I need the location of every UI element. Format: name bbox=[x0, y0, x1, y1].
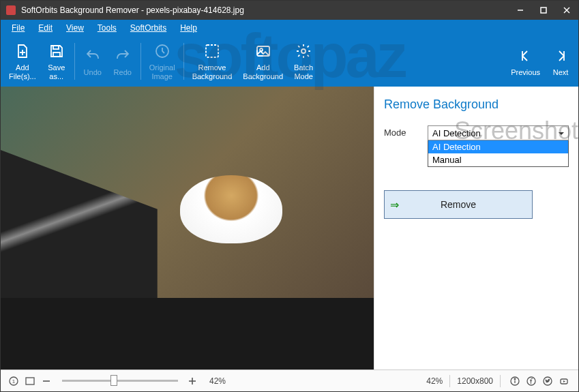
svg-rect-10 bbox=[206, 45, 218, 57]
previous-button[interactable]: Previous bbox=[505, 44, 546, 80]
svg-rect-8 bbox=[53, 52, 60, 57]
maximize-button[interactable] bbox=[532, 1, 555, 20]
previous-icon bbox=[518, 46, 534, 65]
remove-bg-icon bbox=[204, 42, 220, 61]
add-bg-icon bbox=[255, 42, 271, 61]
fit-screen-button[interactable] bbox=[23, 374, 38, 389]
zoom-percent-right: 42% bbox=[426, 376, 443, 386]
original-image-icon bbox=[154, 42, 170, 61]
mode-dropdown: AI Detection Manual bbox=[428, 140, 569, 167]
loaded-image bbox=[1, 87, 374, 298]
save-as-button[interactable]: Save as... bbox=[42, 39, 72, 83]
next-button[interactable]: Next bbox=[546, 44, 576, 80]
titlebar: SoftOrbits Background Remover - pexels-p… bbox=[1, 1, 578, 20]
zoom-out-button[interactable] bbox=[39, 374, 54, 389]
toolbar-separator bbox=[183, 43, 184, 80]
svg-rect-0 bbox=[6, 5, 16, 15]
svg-rect-18 bbox=[26, 378, 34, 385]
svg-text:1: 1 bbox=[12, 378, 16, 385]
run-arrow-icon: ⇒ bbox=[390, 198, 399, 211]
toolbar: Add File(s)... Save as... Undo Redo Orig… bbox=[1, 36, 578, 87]
svg-point-13 bbox=[301, 49, 306, 53]
undo-button: Undo bbox=[78, 44, 108, 80]
mode-label: Mode bbox=[384, 125, 428, 138]
info-button[interactable] bbox=[507, 374, 522, 389]
youtube-button[interactable] bbox=[556, 374, 571, 389]
toolbar-separator bbox=[140, 43, 141, 80]
zoom-percent-left: 42% bbox=[209, 376, 226, 386]
mode-option-manual[interactable]: Manual bbox=[428, 153, 568, 166]
zoom-slider[interactable] bbox=[62, 380, 178, 382]
content-area: Remove Background Mode AI Detection AI D… bbox=[1, 87, 578, 370]
remove-background-button[interactable]: Remove Background bbox=[187, 39, 238, 83]
zoom-in-button[interactable] bbox=[185, 374, 200, 389]
minimize-button[interactable] bbox=[509, 1, 532, 20]
batch-mode-button[interactable]: Batch Mode bbox=[288, 39, 318, 83]
side-panel: Remove Background Mode AI Detection AI D… bbox=[374, 87, 578, 370]
original-image-button: Original Image bbox=[144, 39, 181, 83]
toolbar-separator bbox=[74, 43, 75, 80]
menu-softorbits[interactable]: SoftOrbits bbox=[123, 21, 173, 35]
svg-rect-2 bbox=[541, 7, 546, 13]
twitter-button[interactable] bbox=[540, 374, 555, 389]
panel-title: Remove Background bbox=[384, 97, 569, 112]
close-button[interactable] bbox=[555, 1, 578, 20]
menubar: File Edit View Tools SoftOrbits Help bbox=[1, 20, 578, 36]
image-dimensions: 1200x800 bbox=[457, 376, 493, 386]
remove-button[interactable]: ⇒ Remove bbox=[384, 190, 533, 219]
next-icon bbox=[552, 46, 569, 65]
menu-edit[interactable]: Edit bbox=[31, 21, 59, 35]
add-files-button[interactable]: Add File(s)... bbox=[3, 39, 42, 83]
undo-icon bbox=[85, 46, 101, 65]
redo-button: Redo bbox=[108, 44, 138, 80]
redo-icon bbox=[115, 46, 131, 65]
svg-point-24 bbox=[514, 378, 516, 380]
add-background-button[interactable]: Add Background bbox=[237, 39, 288, 83]
menu-tools[interactable]: Tools bbox=[91, 21, 123, 35]
zoom-actual-button[interactable]: 1 bbox=[6, 374, 21, 389]
add-file-icon bbox=[14, 42, 31, 61]
statusbar: 1 42% 42% 1200x800 bbox=[1, 370, 578, 391]
batch-icon bbox=[295, 42, 312, 61]
mode-option-ai[interactable]: AI Detection bbox=[428, 140, 568, 153]
image-canvas[interactable] bbox=[1, 87, 374, 370]
mode-select[interactable]: AI Detection bbox=[428, 125, 569, 140]
window-title: SoftOrbits Background Remover - pexels-p… bbox=[21, 5, 509, 15]
app-icon bbox=[6, 5, 17, 16]
svg-rect-7 bbox=[53, 46, 59, 49]
menu-file[interactable]: File bbox=[5, 21, 31, 35]
facebook-button[interactable] bbox=[524, 374, 539, 389]
zoom-slider-thumb[interactable] bbox=[110, 375, 117, 386]
save-icon bbox=[48, 42, 65, 61]
menu-view[interactable]: View bbox=[59, 21, 91, 35]
menu-help[interactable]: Help bbox=[173, 21, 204, 35]
